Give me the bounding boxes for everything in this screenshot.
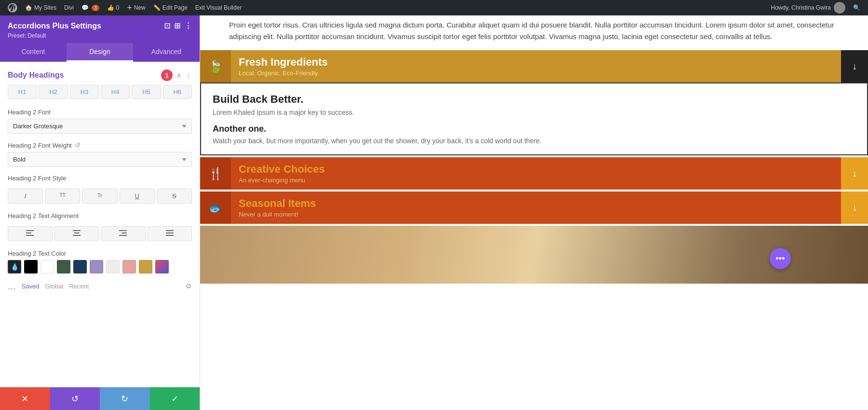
h3-tab[interactable]: H3 [70,85,99,99]
seasonal-toggle-box[interactable]: ↓ [841,191,868,224]
thumbs-icon-item: 👍 0 [103,0,123,15]
h6-tab[interactable]: H6 [163,85,192,99]
fresh-title-box: Fresh Ingredients Local. Organic. Eco-Fr… [231,50,841,82]
creative-toggle-box[interactable]: ↓ [841,157,868,190]
accordion-fresh: 🍃 Fresh Ingredients Local. Organic. Eco-… [200,50,868,155]
fresh-icon-box: 🍃 [200,50,231,82]
fresh-toggle-box[interactable]: ↓ [841,50,868,82]
search-button[interactable]: 🔍 [849,0,864,15]
settings-panel: Accordions Plus Settings ⊡ ⊞ ⋮ Preset: D… [0,15,200,410]
edit-page-button[interactable]: ✏️ Edit Page [149,0,191,15]
more-colors-btn[interactable]: ... [8,281,16,291]
recent-tab[interactable]: Recent [69,283,89,290]
svg-rect-3 [26,235,34,236]
fresh-toggle-icon: ↓ [852,61,857,72]
svg-rect-10 [166,230,174,231]
section-badge: 1 [161,69,173,81]
section-more-icon[interactable]: ⋮ [185,71,192,79]
user-menu[interactable]: Howdy, Christina Gwira [767,2,849,14]
align-center-btn[interactable] [54,226,99,241]
svg-rect-11 [166,232,174,233]
heading2-align-label: Heading 2 Text Alignment [8,212,192,219]
heading2-weight-row: Heading 2 Font Weight ↺ Bold Normal Ligh… [0,137,200,171]
confirm-button[interactable]: ✓ [150,387,200,410]
color-swatch-navy[interactable] [73,260,87,273]
exit-builder-button[interactable]: Exit Visual Builder [191,0,246,15]
accordion-fresh-header[interactable]: 🍃 Fresh Ingredients Local. Organic. Eco-… [200,50,868,82]
seasonal-title: Seasonal Items [239,197,833,210]
heading2-font-label: Heading 2 Font [8,109,192,116]
my-sites-button[interactable]: 🏠 My Sites [21,0,60,15]
fresh-content-subtext: Watch your back, but more importantly, w… [213,137,855,145]
preset-label[interactable]: Preset: Default [8,32,192,39]
more-icon[interactable]: ⋮ [184,21,192,30]
heading2-weight-select[interactable]: Bold Normal Light Extra Bold [8,152,192,167]
h4-tab[interactable]: H4 [101,85,130,99]
color-swatch-lavender[interactable] [90,260,103,273]
align-justify-btn[interactable] [148,226,192,241]
tab-content[interactable]: Content [0,43,67,62]
bottom-action-bar: ✕ ↺ ↻ ✓ [0,387,200,410]
footer-image: ••• [200,226,868,284]
comments-button[interactable]: 💬 3 [78,0,103,15]
color-swatch-cream[interactable] [106,260,120,273]
align-left-btn[interactable] [8,226,53,241]
tab-row: Content Design Advanced [0,43,200,62]
layout-icon[interactable]: ⊞ [174,21,180,30]
wp-logo-button[interactable] [4,0,21,15]
align-right-btn[interactable] [101,226,146,241]
weight-reset-icon[interactable]: ↺ [75,141,81,149]
color-swatches: 💧 [8,260,192,273]
h2-tab[interactable]: H2 [39,85,68,99]
redo-button[interactable]: ↻ [100,387,150,410]
cancel-button[interactable]: ✕ [0,387,50,410]
home-icon: 🏠 [25,4,32,11]
heading-tabs: H1 H2 H3 H4 H5 H6 [0,85,200,105]
color-swatch-green[interactable] [57,260,70,273]
seasonal-toggle-icon: ↓ [852,202,857,213]
edit-icon: ✏️ [153,4,161,11]
color-settings-icon[interactable]: ⚙ [186,282,192,290]
accordion-seasonal-header[interactable]: 🐟 Seasonal Items Never a dull moment! ↓ [200,191,868,224]
h1-tab[interactable]: H1 [8,85,37,99]
page-content: Proin eget tortor risus. Cras ultricies … [200,15,868,410]
tab-design[interactable]: Design [67,43,133,62]
seasonal-icon-box: 🐟 [200,191,231,224]
svg-rect-2 [26,232,31,233]
heading2-font-select[interactable]: Darker Grotesque Arial Georgia [8,119,192,134]
color-swatch-pink[interactable] [122,260,136,273]
h5-tab[interactable]: H5 [132,85,161,99]
heading2-align-row: Heading 2 Text Alignment [0,208,200,226]
color-swatch-white[interactable] [41,260,54,273]
zero-count: 0 [116,4,120,11]
eyedropper-btn[interactable]: 💧 [8,260,21,273]
color-swatch-black[interactable] [24,260,38,273]
accordion-creative-header[interactable]: 🍴 Creative Choices An ever-changing menu… [200,157,868,190]
heading2-font-row: Heading 2 Font Darker Grotesque Arial Ge… [0,105,200,137]
saved-tab[interactable]: Saved [22,283,40,290]
undo-button[interactable]: ↺ [50,387,100,410]
color-swatch-gold[interactable] [139,260,152,273]
capitalize-btn[interactable]: Tr [82,189,117,204]
smallcaps-btn[interactable]: TT [45,189,80,204]
svg-rect-8 [122,232,127,233]
fresh-content-text: Lorem Khaled Ipsum is a major key to suc… [213,109,855,116]
svg-rect-4 [73,230,81,231]
svg-rect-1 [26,230,34,231]
global-tab[interactable]: Global [45,283,64,290]
italic-btn[interactable]: I [8,189,43,204]
search-icon: 🔍 [853,4,860,11]
capture-icon[interactable]: ⊡ [164,21,170,30]
seasonal-icon: 🐟 [208,201,223,215]
heading2-color-label: Heading 2 Text Color [8,250,192,257]
body-text: Proin eget tortor risus. Cras ultricies … [200,15,868,50]
strikethrough-btn[interactable]: S [157,189,192,204]
collapse-icon[interactable]: ∧ [176,71,181,79]
new-button[interactable]: + New [123,0,149,15]
divi-button[interactable]: Divi [60,0,78,15]
tab-advanced[interactable]: Advanced [133,43,200,62]
fab-button[interactable]: ••• [770,248,791,269]
underline-btn[interactable]: U [120,189,155,204]
font-style-buttons: I TT Tr U S [0,189,200,204]
color-swatch-gradient[interactable] [155,260,169,273]
